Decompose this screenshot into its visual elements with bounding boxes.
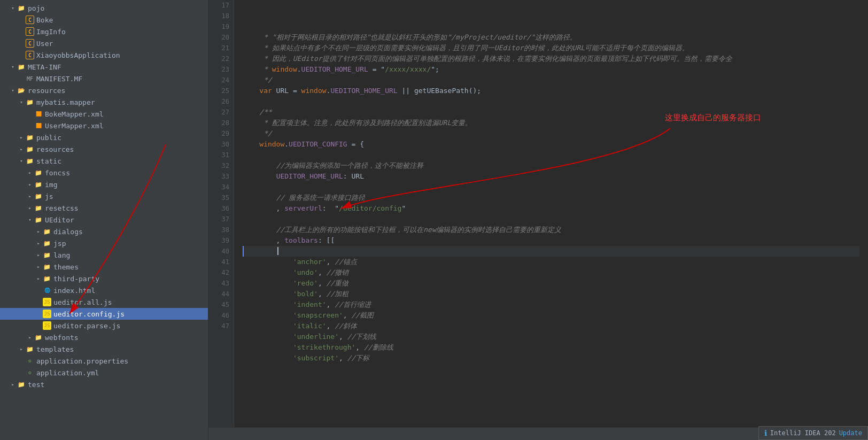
intellij-badge[interactable]: ℹ IntelliJ IDEA 202 Update bbox=[758, 426, 868, 440]
update-label[interactable]: Update bbox=[839, 429, 862, 437]
sidebar-item-js[interactable]: 📁js bbox=[0, 190, 208, 202]
tree-arrow[interactable] bbox=[17, 157, 26, 165]
sidebar-item-webfonts[interactable]: 📁webfonts bbox=[0, 331, 208, 343]
tree-arrow[interactable] bbox=[17, 133, 26, 142]
tree-arrow[interactable] bbox=[26, 333, 34, 342]
sidebar-item-meta-inf[interactable]: 📁META-INF bbox=[0, 61, 208, 73]
token-plain: , bbox=[318, 268, 327, 276]
tree-arrow[interactable] bbox=[9, 63, 17, 71]
sidebar-item-test[interactable]: 📁test bbox=[0, 379, 208, 390]
tree-arrow[interactable] bbox=[26, 204, 34, 212]
sidebar-item-foncss[interactable]: 📁foncss bbox=[0, 167, 208, 179]
sidebar-item-resources2[interactable]: 📁resources bbox=[0, 143, 208, 155]
tree-arrow[interactable] bbox=[9, 4, 17, 12]
tree-arrow[interactable] bbox=[17, 345, 26, 353]
sidebar-item-img[interactable]: 📁img bbox=[0, 179, 208, 190]
tree-label: third-party bbox=[53, 275, 99, 283]
java-icon: C bbox=[26, 39, 34, 48]
code-line: */ bbox=[243, 128, 859, 139]
line-number: 40 bbox=[213, 246, 229, 257]
sidebar-item-imginfo[interactable]: CImgInfo bbox=[0, 26, 208, 37]
sidebar-item-themes[interactable]: 📁themes bbox=[0, 261, 208, 273]
sidebar-item-user[interactable]: CUser bbox=[0, 37, 208, 49]
folder-icon: 📁 bbox=[43, 227, 51, 236]
tree-arrow[interactable] bbox=[34, 274, 43, 283]
code-line: * 如果站点中有多个不在同一层级的页面需要实例化编辑器，且引用了同一UEdito… bbox=[243, 43, 859, 53]
line-number: 24 bbox=[213, 75, 229, 86]
tree-arrow[interactable] bbox=[26, 168, 34, 177]
token-comment: */ bbox=[243, 129, 272, 137]
sidebar-item-static[interactable]: 📁static bbox=[0, 155, 208, 167]
folder-icon: 📁 bbox=[26, 98, 34, 106]
sidebar-item-manifest[interactable]: MFMANIFEST.MF bbox=[0, 73, 208, 84]
js-icon: JS bbox=[43, 310, 51, 318]
tree-label: img bbox=[45, 181, 57, 189]
sidebar-item-app-properties[interactable]: ⚙application.properties bbox=[0, 355, 208, 367]
tree-label: lang bbox=[53, 251, 70, 259]
java-icon: C bbox=[26, 51, 34, 59]
sidebar-item-resetcss[interactable]: 📁resetcss bbox=[0, 202, 208, 214]
sidebar-item-mybatis-mapper[interactable]: 📁mybatis.mapper bbox=[0, 96, 208, 108]
tree-arrow[interactable] bbox=[34, 263, 43, 271]
token-comment: * bbox=[243, 65, 272, 73]
token-plain: , bbox=[327, 322, 335, 330]
sidebar-item-resources[interactable]: 📂resources bbox=[0, 84, 208, 96]
tree-arrow[interactable] bbox=[26, 192, 34, 200]
tree-arrow[interactable] bbox=[34, 239, 43, 248]
mf-icon: MF bbox=[26, 74, 34, 83]
sidebar-item-jsp[interactable]: 📁jsp bbox=[0, 237, 208, 249]
code-line bbox=[243, 96, 859, 107]
sidebar-item-third-party[interactable]: 📁third-party bbox=[0, 273, 208, 284]
tree-label: ueditor.config.js bbox=[53, 310, 125, 318]
tree-label: ueditor.all.js bbox=[53, 298, 112, 306]
tree-arrow[interactable] bbox=[9, 86, 17, 95]
sidebar-item-ueditor-parse-js[interactable]: JSueditor.parse.js bbox=[0, 320, 208, 331]
folder-icon: 📁 bbox=[34, 168, 43, 177]
token-plain: "; bbox=[431, 65, 439, 73]
token-plain: : [[ bbox=[318, 236, 335, 244]
sidebar-item-app-yml[interactable]: ⚙application.yml bbox=[0, 367, 208, 379]
sidebar-item-lang[interactable]: 📁lang bbox=[0, 249, 208, 261]
code-line: */ bbox=[243, 75, 859, 86]
file-tree: 📁pojoCBokeCImgInfoCUserCXiaoyobbsApplica… bbox=[0, 0, 208, 440]
sidebar-item-xiaoyobbsapp[interactable]: CXiaoyobbsApplication bbox=[0, 49, 208, 61]
sidebar-item-public[interactable]: 📁public bbox=[0, 132, 208, 143]
tree-label: application.yml bbox=[36, 369, 99, 377]
line-number: 47 bbox=[213, 321, 229, 331]
sidebar-item-ueditor-all-js[interactable]: JSueditor.all.js bbox=[0, 296, 208, 308]
sidebar-item-bokemapper[interactable]: 🟧BokeMapper.xml bbox=[0, 108, 208, 120]
code-line: 'subscript', //下标 bbox=[243, 353, 859, 364]
tree-arrow[interactable] bbox=[26, 215, 34, 224]
tree-arrow[interactable] bbox=[34, 227, 43, 236]
token-string: 'snapscreen' bbox=[293, 311, 343, 319]
token-plain bbox=[243, 300, 293, 308]
sidebar-item-index-html[interactable]: 🌐index.html bbox=[0, 284, 208, 296]
tree-label: dialogs bbox=[53, 228, 83, 236]
tree-arrow[interactable] bbox=[9, 380, 17, 389]
token-plain bbox=[243, 194, 276, 202]
sidebar-item-templates[interactable]: 📁templates bbox=[0, 343, 208, 355]
line-number: 36 bbox=[213, 203, 229, 214]
sidebar-item-pojo[interactable]: 📁pojo bbox=[0, 2, 208, 14]
code-line: 'bold', //加粗 bbox=[243, 289, 859, 299]
code-content[interactable]: * "相对于网站根目录的相对路径"也就是以斜杠开头的形如"/myProject/… bbox=[234, 0, 868, 427]
sidebar-item-usermapper[interactable]: 🟧UserMapper.xml bbox=[0, 120, 208, 132]
tree-arrow[interactable] bbox=[34, 251, 43, 259]
tree-arrow[interactable] bbox=[17, 98, 26, 106]
token-plain bbox=[243, 87, 259, 95]
token-plain bbox=[243, 333, 293, 341]
tree-arrow[interactable] bbox=[17, 145, 26, 153]
tree-label: MANIFEST.MF bbox=[36, 75, 82, 83]
code-line: //为编辑器实例添加一个路径，这个不能被注释 bbox=[243, 160, 859, 171]
folder-icon: 📁 bbox=[26, 345, 34, 353]
token-comment: 如果站点中有多个不在同一层级的页面需要实例化编辑器，且引用了同一UEditor的… bbox=[272, 44, 689, 52]
sidebar-item-ueditor-config-js[interactable]: JSueditor.config.js bbox=[0, 308, 208, 320]
tree-arrow[interactable] bbox=[26, 180, 34, 189]
sidebar-item-ueditor[interactable]: 📁UEditor bbox=[0, 214, 208, 226]
token-plain: : URL bbox=[343, 172, 364, 180]
line-number: 42 bbox=[213, 267, 229, 278]
sidebar-item-dialogs[interactable]: 📁dialogs bbox=[0, 226, 208, 237]
sidebar-item-boke[interactable]: CBoke bbox=[0, 14, 208, 26]
tree-label: User bbox=[36, 40, 53, 48]
tree-label: UserMapper.xml bbox=[45, 122, 104, 130]
